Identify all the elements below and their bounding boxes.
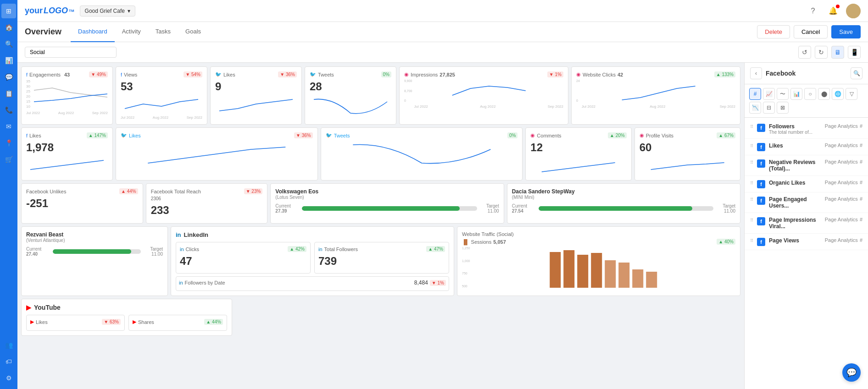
tw-likes-icon: 🐦 xyxy=(215,71,222,77)
widget-profile-visits: ◉ Profile Visits ▲ 67% 60 xyxy=(634,127,740,181)
right-panel-search-button[interactable]: 🔍 xyxy=(851,67,862,79)
sidebar-item-search[interactable]: 🔍 xyxy=(1,37,16,51)
tab-tasks[interactable]: Tasks xyxy=(148,22,178,42)
sidebar-item-chat[interactable]: 💬 xyxy=(1,70,16,84)
youtube-metrics: ▶ Likes ▼ 63% ▶ Shares xyxy=(26,315,227,331)
impressions-x-labels: Jul 2022Aug 2022Sep 2022 xyxy=(414,104,563,109)
panel-metric-page-views-action: Page Analytics # xyxy=(825,237,862,243)
sidebar-item-users[interactable]: 👥 xyxy=(1,338,16,352)
panel-metric-page-impressions-action: Page Analytics # xyxy=(825,217,862,222)
right-panel-back-button[interactable]: ‹ xyxy=(750,67,762,79)
panel-bar-chart-btn[interactable]: 📊 xyxy=(790,88,802,100)
sidebar-item-home[interactable]: 🏠 xyxy=(1,20,16,35)
sidebar-item-settings[interactable]: ⚙ xyxy=(1,371,16,385)
panel-metric-organic-likes-info: Organic Likes xyxy=(769,180,821,186)
website-clicks-x-labels: Jul 2022Aug 2022Sep 2022 xyxy=(582,104,735,109)
youtube-likes-widget: ▶ Likes ▼ 63% xyxy=(26,315,125,331)
rezvani-target: Target11.00 xyxy=(145,247,163,257)
right-panel-header-left: ‹ Facebook xyxy=(750,67,796,79)
panel-hash-btn[interactable]: # xyxy=(749,88,761,100)
tab-goals[interactable]: Goals xyxy=(178,22,208,42)
panel-metric-page-impressions-viral[interactable]: ⠿ f Page Impressions Viral... Page Analy… xyxy=(745,213,868,234)
drag-handle-page-views: ⠿ xyxy=(750,238,753,243)
bar-chart-svg xyxy=(474,247,735,288)
undo-button[interactable]: ↺ xyxy=(798,46,811,59)
panel-area-chart-btn[interactable]: 📉 xyxy=(749,102,761,114)
panel-metric-page-views[interactable]: ⠿ f Page Views Page Analytics # xyxy=(745,234,868,250)
panel-metric-page-engaged-action: Page Analytics # xyxy=(825,196,862,202)
panel-line-chart-btn[interactable]: 📈 xyxy=(763,88,775,100)
sidebar-item-location[interactable]: 📍 xyxy=(1,136,16,150)
widget-tw-likes-large: 🐦 Likes ▼ 36% xyxy=(116,127,318,181)
tweets-badge: 0% xyxy=(381,71,391,77)
tw-likes-large-title: 🐦 Likes xyxy=(121,132,141,138)
save-button[interactable]: Save xyxy=(831,25,861,38)
mobile-view-button[interactable]: 📱 xyxy=(848,46,861,59)
tw-likes-value: 9 xyxy=(215,80,297,93)
page-header: Overview Dashboard Activity Tasks Goals … xyxy=(17,22,868,42)
panel-donut-btn[interactable]: ⬤ xyxy=(818,88,830,100)
notification-button[interactable]: 🔔 xyxy=(826,4,840,18)
workspace-selector[interactable]: Good Grief Cafe ▾ xyxy=(80,5,135,16)
fb-page-engaged-icon: f xyxy=(757,197,765,205)
sidebar-item-tasks[interactable]: 📋 xyxy=(1,86,16,101)
sidebar-item-analytics[interactable]: 📊 xyxy=(1,53,16,68)
panel-wave-btn[interactable]: 〜 xyxy=(777,88,789,100)
panel-filter-btn[interactable]: ▽ xyxy=(846,88,857,100)
tweets-large-chart xyxy=(326,140,518,168)
avatar[interactable] xyxy=(846,4,861,18)
widget-tweets: 🐦 Tweets 0% 28 xyxy=(305,66,396,125)
tw-likes-large-chart xyxy=(121,140,313,168)
tab-dashboard[interactable]: Dashboard xyxy=(71,22,115,42)
linkedin-followers-badge: ▲ 47% xyxy=(426,246,445,252)
rezvani-current-label: Current27.40 xyxy=(26,247,49,257)
sidebar-item-phone[interactable]: 📞 xyxy=(1,103,16,117)
linkedin-followers-widget: in Total Followers ▲ 47% 739 xyxy=(314,242,449,274)
panel-metric-organic-likes[interactable]: ⠿ f Organic Likes Page Analytics # xyxy=(745,176,868,192)
panel-metric-likes[interactable]: ⠿ f Likes Page Analytics # xyxy=(745,139,868,155)
panel-grid-btn[interactable]: ⊠ xyxy=(777,102,789,114)
cancel-button[interactable]: Cancel xyxy=(794,25,828,38)
widget-fb-unlikes: Facebook Unlikes ▲ 44% -251 xyxy=(21,183,143,224)
right-panel: ‹ Facebook 🔍 # 📈 〜 📊 ○ ⬤ 🌐 ▽ 📉 ⊟ ⊠ xyxy=(744,63,868,389)
main-area: your LOGO TM Good Grief Cafe ▾ ? 🔔 xyxy=(17,0,868,389)
volkswagen-subtitle: (Lotus Seven) xyxy=(275,195,499,200)
linkedin-followers-date-right: 8,484 ▼ 1% xyxy=(414,279,446,286)
search-input[interactable] xyxy=(25,47,117,58)
redo-button[interactable]: ↻ xyxy=(815,46,828,59)
chat-bubble-button[interactable]: 💬 xyxy=(842,363,861,382)
panel-metric-followers-name: Followers xyxy=(769,123,821,130)
views-chart xyxy=(121,95,202,113)
panel-metric-followers-sub: The total number of... xyxy=(769,130,821,135)
sidebar-item-grid[interactable]: ⊞ xyxy=(1,4,16,18)
logo: your LOGO TM xyxy=(25,6,74,16)
sidebar-item-tags[interactable]: 🏷 xyxy=(1,354,16,369)
help-button[interactable]: ? xyxy=(806,4,820,18)
delete-button[interactable]: Delete xyxy=(757,25,790,38)
engagements-badge: ▼ 49% xyxy=(89,71,108,77)
panel-globe-btn[interactable]: 🌐 xyxy=(832,88,844,100)
sidebar-item-mail[interactable]: ✉ xyxy=(1,119,16,134)
sessions-badge: ▲ 40% xyxy=(717,239,735,245)
fb-likes-value: 1,978 xyxy=(26,141,108,154)
desktop-view-button[interactable]: 🖥 xyxy=(831,46,844,59)
right-panel-title: Facebook xyxy=(766,70,796,77)
fb-unlikes-value: -251 xyxy=(26,197,138,210)
svg-point-1 xyxy=(848,13,859,18)
linkedin-followers-title: in Total Followers xyxy=(318,247,358,252)
widget-impressions-title: ◉ Impressions 27,825 xyxy=(404,71,455,77)
widget-website-traffic: Website Traffic (Social) ▐▌ Sessions 5,0… xyxy=(457,226,740,296)
panel-circle-btn[interactable]: ○ xyxy=(804,88,816,100)
panel-metric-page-engaged[interactable]: ⠿ f Page Engaged Users... Page Analytics… xyxy=(745,192,868,213)
widget-ig-comments-title: ◉ Comments xyxy=(530,132,561,138)
panel-metric-negative-reviews[interactable]: ⠿ f Negative Reviews (Total)... Page Ana… xyxy=(745,155,868,176)
workspace-name: Good Grief Cafe xyxy=(85,8,125,14)
sidebar-item-shop[interactable]: 🛒 xyxy=(1,152,16,167)
panel-metric-followers[interactable]: ⠿ f Followers The total number of... Pag… xyxy=(745,120,868,139)
fb-total-reach-value: 233 xyxy=(151,204,263,217)
widget-ig-comments: ◉ Comments ▲ 20% 12 xyxy=(525,127,631,181)
tab-activity[interactable]: Activity xyxy=(115,22,148,42)
widget-views-title: f Views xyxy=(121,72,137,77)
website-clicks-chart-area: 240 Jul 2022Aug 2022Sep 2022 xyxy=(576,79,735,109)
panel-table-btn[interactable]: ⊟ xyxy=(763,102,775,114)
